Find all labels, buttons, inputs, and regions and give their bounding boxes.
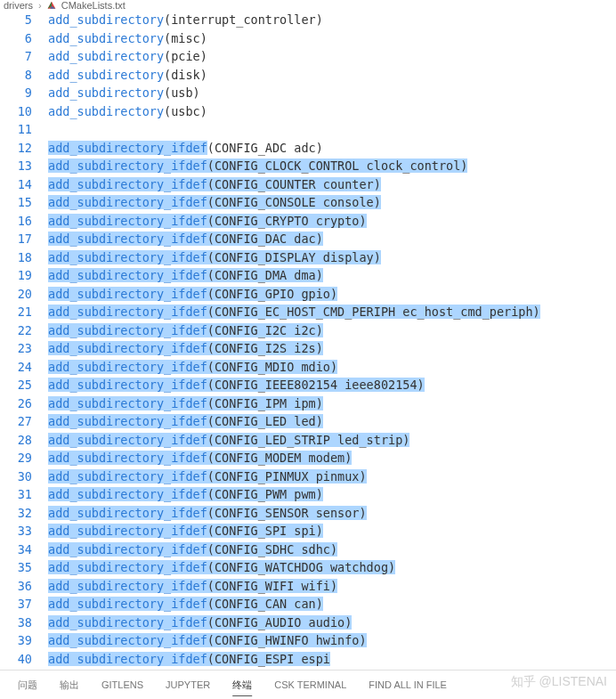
- code-args: (misc): [164, 31, 207, 45]
- code-line[interactable]: 12add_subdirectory_ifdef(CONFIG_ADC adc): [0, 139, 616, 158]
- code-content[interactable]: add_subdirectory_ifdef(CONFIG_LED led): [48, 414, 616, 428]
- code-content[interactable]: add subdirectory ifdef(CONFIG_ESPI espi: [48, 652, 616, 666]
- code-line[interactable]: 15add_subdirectory_ifdef(CONFIG_CONSOLE …: [0, 193, 616, 212]
- code-line[interactable]: 19add_subdirectory_ifdef(CONFIG_DMA dma): [0, 266, 616, 285]
- code-args: (CONFIG_IEEE802154 ieee802154): [207, 378, 425, 392]
- code-content[interactable]: add_subdirectory(usb): [48, 85, 616, 100]
- code-content[interactable]: add_subdirectory_ifdef(CONFIG_MODEM mode…: [48, 451, 616, 465]
- code-content[interactable]: add_subdirectory_ifdef(CONFIG_PINMUX pin…: [48, 469, 616, 484]
- code-content[interactable]: add_subdirectory_ifdef(CONFIG_HWINFO hwi…: [48, 633, 616, 647]
- code-content[interactable]: add_subdirectory_ifdef(CONFIG_LED_STRIP …: [48, 433, 616, 447]
- code-function: add_subdirectory_ifdef: [48, 158, 207, 173]
- code-line[interactable]: 7add_subdirectory(pcie): [0, 47, 616, 66]
- code-content[interactable]: add_subdirectory_ifdef(CONFIG_ADC adc): [48, 141, 616, 155]
- code-content[interactable]: add_subdirectory_ifdef(CONFIG_IPM ipm): [48, 396, 616, 410]
- code-line[interactable]: 10add_subdirectory(usbc): [0, 102, 616, 121]
- line-number: 25: [0, 378, 48, 392]
- code-line[interactable]: 29add_subdirectory_ifdef(CONFIG_MODEM mo…: [0, 449, 616, 467]
- code-editor[interactable]: 5add_subdirectory(interrupt_controller)6…: [0, 11, 616, 668]
- code-content[interactable]: add_subdirectory_ifdef(CONFIG_I2S i2s): [48, 341, 616, 355]
- code-content[interactable]: add_subdirectory_ifdef(CONFIG_AUDIO audi…: [48, 615, 616, 630]
- code-line[interactable]: 30add_subdirectory_ifdef(CONFIG_PINMUX p…: [0, 467, 616, 486]
- code-line[interactable]: 40add subdirectory ifdef(CONFIG_ESPI esp…: [0, 650, 616, 669]
- code-line[interactable]: 9add_subdirectory(usb): [0, 84, 616, 102]
- line-number: 17: [0, 232, 48, 246]
- code-line[interactable]: 6add_subdirectory(misc): [0, 29, 616, 48]
- code-content[interactable]: add_subdirectory_ifdef(CONFIG_COUNTER co…: [48, 177, 616, 191]
- code-content[interactable]: add_subdirectory_ifdef(CONFIG_CAN can): [48, 597, 616, 611]
- code-line[interactable]: 35add_subdirectory_ifdef(CONFIG_WATCHDOG…: [0, 558, 616, 577]
- code-line[interactable]: 24add_subdirectory_ifdef(CONFIG_MDIO mdi…: [0, 358, 616, 377]
- cmake-file-icon: [47, 1, 56, 10]
- code-content[interactable]: add_subdirectory_ifdef(CONFIG_CRYPTO cry…: [48, 214, 616, 228]
- line-number: 24: [0, 360, 48, 374]
- code-content[interactable]: add_subdirectory_ifdef(CONFIG_GPIO gpio): [48, 287, 616, 301]
- panel-tab[interactable]: 输出: [51, 673, 88, 697]
- code-content[interactable]: add_subdirectory_ifdef(CONFIG_MDIO mdio): [48, 360, 616, 374]
- code-content[interactable]: add_subdirectory_ifdef(CONFIG_WIFI wifi): [48, 579, 616, 593]
- code-line[interactable]: 37add_subdirectory_ifdef(CONFIG_CAN can): [0, 595, 616, 614]
- code-content[interactable]: add_subdirectory_ifdef(CONFIG_SENSOR sen…: [48, 506, 616, 520]
- code-content[interactable]: add_subdirectory_ifdef(CONFIG_DMA dma): [48, 268, 616, 282]
- code-content[interactable]: add_subdirectory_ifdef(CONFIG_SDHC sdhc): [48, 542, 616, 557]
- code-line[interactable]: 26add_subdirectory_ifdef(CONFIG_IPM ipm): [0, 394, 616, 413]
- panel-tab[interactable]: CSK TERMINAL: [265, 674, 355, 695]
- panel-tab[interactable]: 问题: [9, 673, 46, 697]
- code-line[interactable]: 33add_subdirectory_ifdef(CONFIG_SPI spi): [0, 522, 616, 541]
- code-content[interactable]: add_subdirectory(pcie): [48, 49, 616, 63]
- panel-tab[interactable]: 终端: [223, 673, 261, 697]
- code-content[interactable]: add_subdirectory(misc): [48, 31, 616, 45]
- code-line[interactable]: 27add_subdirectory_ifdef(CONFIG_LED led): [0, 412, 616, 431]
- code-args: (CONFIG_CAN can): [207, 597, 323, 611]
- code-function: add_subdirectory_ifdef: [48, 287, 207, 301]
- line-number: 40: [0, 652, 48, 666]
- code-line[interactable]: 32add_subdirectory_ifdef(CONFIG_SENSOR s…: [0, 504, 616, 523]
- code-content[interactable]: add_subdirectory(interrupt_controller): [48, 12, 616, 27]
- code-content[interactable]: add_subdirectory_ifdef(CONFIG_DAC dac): [48, 232, 616, 246]
- panel-tab[interactable]: JUPYTER: [157, 674, 219, 695]
- line-number: 5: [0, 12, 48, 27]
- code-line[interactable]: 13add_subdirectory_ifdef(CONFIG_CLOCK_CO…: [0, 157, 616, 175]
- code-line[interactable]: 8add_subdirectory(disk): [0, 66, 616, 85]
- code-args: (CONFIG_EC_HOST_CMD_PERIPH ec_host_cmd_p…: [207, 305, 540, 319]
- breadcrumb-folder[interactable]: drivers: [4, 0, 33, 11]
- code-function: add_subdirectory: [48, 49, 164, 63]
- code-line[interactable]: 36add_subdirectory_ifdef(CONFIG_WIFI wif…: [0, 577, 616, 596]
- code-line[interactable]: 18add_subdirectory_ifdef(CONFIG_DISPLAY …: [0, 248, 616, 267]
- code-content[interactable]: add_subdirectory_ifdef(CONFIG_CONSOLE co…: [48, 195, 616, 209]
- code-args: (CONFIG_MODEM modem): [207, 451, 353, 465]
- code-line[interactable]: 14add_subdirectory_ifdef(CONFIG_COUNTER …: [0, 175, 616, 194]
- code-function: add_subdirectory_ifdef: [48, 560, 207, 574]
- code-line[interactable]: 5add_subdirectory(interrupt_controller): [0, 11, 616, 29]
- code-line[interactable]: 17add_subdirectory_ifdef(CONFIG_DAC dac): [0, 230, 616, 248]
- code-line[interactable]: 22add_subdirectory_ifdef(CONFIG_I2C i2c): [0, 321, 616, 340]
- code-line[interactable]: 16add_subdirectory_ifdef(CONFIG_CRYPTO c…: [0, 212, 616, 231]
- code-content[interactable]: add_subdirectory_ifdef(CONFIG_SPI spi): [48, 524, 616, 538]
- panel-tab[interactable]: GITLENS: [93, 674, 152, 695]
- code-line[interactable]: 28add_subdirectory_ifdef(CONFIG_LED_STRI…: [0, 431, 616, 450]
- code-line[interactable]: 21add_subdirectory_ifdef(CONFIG_EC_HOST_…: [0, 303, 616, 321]
- code-args: (CONFIG_I2S i2s): [207, 341, 323, 355]
- code-content[interactable]: add_subdirectory(usbc): [48, 104, 616, 118]
- breadcrumb-file[interactable]: CMakeLists.txt: [61, 0, 126, 11]
- code-content[interactable]: add_subdirectory_ifdef(CONFIG_PWM pwm): [48, 487, 616, 501]
- code-content[interactable]: add_subdirectory_ifdef(CONFIG_I2C i2c): [48, 323, 616, 337]
- code-content[interactable]: add_subdirectory(disk): [48, 68, 616, 82]
- code-line[interactable]: 20add_subdirectory_ifdef(CONFIG_GPIO gpi…: [0, 285, 616, 304]
- code-line[interactable]: 31add_subdirectory_ifdef(CONFIG_PWM pwm): [0, 485, 616, 504]
- code-content[interactable]: add_subdirectory_ifdef(CONFIG_CLOCK_CONT…: [48, 158, 616, 173]
- code-content[interactable]: add_subdirectory_ifdef(CONFIG_DISPLAY di…: [48, 250, 616, 264]
- panel-tab[interactable]: FIND ALL IN FILE: [360, 674, 456, 695]
- code-function: add_subdirectory: [48, 68, 164, 82]
- code-line[interactable]: 34add_subdirectory_ifdef(CONFIG_SDHC sdh…: [0, 541, 616, 559]
- code-function: add_subdirectory_ifdef: [48, 141, 207, 155]
- code-line[interactable]: 39add_subdirectory_ifdef(CONFIG_HWINFO h…: [0, 631, 616, 650]
- code-content[interactable]: add_subdirectory_ifdef(CONFIG_IEEE802154…: [48, 378, 616, 392]
- code-line[interactable]: 23add_subdirectory_ifdef(CONFIG_I2S i2s): [0, 339, 616, 358]
- code-line[interactable]: 11: [0, 120, 616, 139]
- code-content[interactable]: add_subdirectory_ifdef(CONFIG_WATCHDOG w…: [48, 560, 616, 574]
- code-content[interactable]: add_subdirectory_ifdef(CONFIG_EC_HOST_CM…: [48, 305, 616, 319]
- line-number: 9: [0, 85, 48, 100]
- code-line[interactable]: 38add_subdirectory_ifdef(CONFIG_AUDIO au…: [0, 614, 616, 632]
- code-line[interactable]: 25add_subdirectory_ifdef(CONFIG_IEEE8021…: [0, 376, 616, 394]
